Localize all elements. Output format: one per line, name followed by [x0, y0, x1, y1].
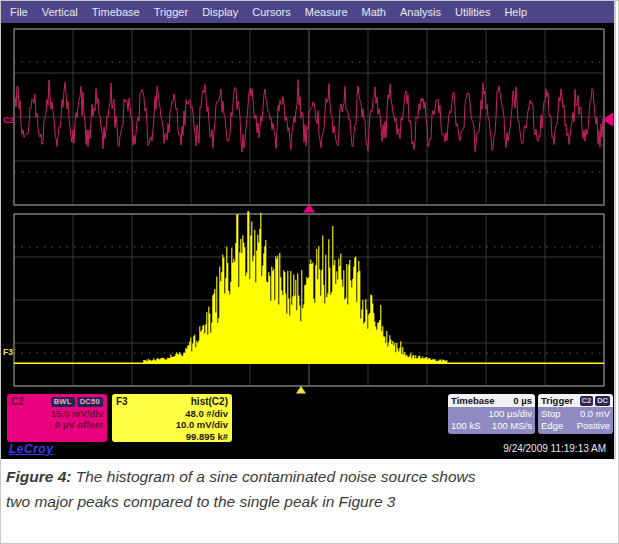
- figure-caption-text: The histogram of a sine contaminated noi…: [6, 468, 476, 510]
- screenshot-page: FileVerticalTimebaseTriggerDisplayCursor…: [0, 0, 619, 544]
- trigger-mode: Stop: [541, 408, 561, 420]
- menu-item-analysis[interactable]: Analysis: [400, 6, 441, 18]
- f3-count-scale: 48.0 #/div: [116, 408, 228, 420]
- f3-descriptor-label: F3: [116, 396, 128, 408]
- f3-trace-label: F3: [3, 347, 13, 357]
- menu-item-display[interactable]: Display: [202, 6, 238, 18]
- histogram-center-marker-icon[interactable]: [296, 386, 306, 394]
- c2-descriptor-box[interactable]: C2 BWL DC50 15.0 mV/div 0 µV offset: [7, 394, 107, 442]
- oscilloscope-window: FileVerticalTimebaseTriggerDisplayCursor…: [1, 1, 616, 459]
- menu-item-utilities[interactable]: Utilities: [455, 6, 490, 18]
- waveform-grid: C2 F3: [1, 23, 614, 394]
- timebase-samples: 100 kS: [451, 420, 481, 432]
- c2-trace-label: C2: [3, 115, 14, 125]
- f3-population: 99.895 k#: [116, 431, 228, 443]
- c2-bwl-badge: BWL: [51, 397, 75, 407]
- timebase-delay: 0 µs: [513, 395, 532, 406]
- timebase-scale: 100 µs/div: [489, 408, 533, 420]
- datetime-status: 9/24/2009 11:19:13 AM: [503, 443, 606, 454]
- menu-item-timebase[interactable]: Timebase: [92, 6, 140, 18]
- menu-item-file[interactable]: File: [10, 6, 28, 18]
- figure-caption: Figure 4: The histogram of a sine contam…: [6, 464, 498, 514]
- f3-descriptor-box[interactable]: F3 hist(C2) 48.0 #/div 10.0 mV/div 99.89…: [112, 394, 232, 442]
- trigger-coupling-badge: DC: [595, 396, 610, 406]
- trigger-title: Trigger: [541, 395, 573, 406]
- trigger-level: 0.0 mV: [580, 408, 610, 420]
- c2-vertical-scale: 15.0 mV/div: [11, 408, 103, 420]
- scope-display: C2 F3 C2 BWL DC50 15.0 mV/div 0 µV offse…: [1, 23, 614, 459]
- trigger-source-badge: C2: [580, 396, 594, 406]
- c2-descriptor-label: C2: [11, 396, 24, 408]
- menu-bar: FileVerticalTimebaseTriggerDisplayCursor…: [1, 1, 614, 23]
- trigger-type: Edge: [541, 420, 563, 432]
- c2-offset: 0 µV offset: [11, 419, 103, 431]
- timebase-panel[interactable]: Timebase 0 µs 100 µs/div 100 kS 100 MS/s: [448, 394, 535, 434]
- lecroy-logo: LeCroy: [9, 442, 53, 456]
- menu-item-cursors[interactable]: Cursors: [252, 6, 291, 18]
- c2-coupling-badge: DC50: [77, 397, 103, 407]
- trigger-panel[interactable]: Trigger C2 DC Stop 0.0 mV Edge Positive: [538, 394, 613, 434]
- timebase-title: Timebase: [451, 395, 495, 406]
- f3-voltage-scale: 10.0 mV/div: [116, 419, 228, 431]
- menu-item-measure[interactable]: Measure: [305, 6, 348, 18]
- figure-caption-label: Figure 4:: [6, 468, 71, 485]
- trigger-slope: Positive: [577, 420, 610, 432]
- menu-item-help[interactable]: Help: [504, 6, 527, 18]
- f3-source: hist(C2): [191, 396, 228, 408]
- menu-item-trigger[interactable]: Trigger: [154, 6, 188, 18]
- timebase-rate: 100 MS/s: [492, 420, 532, 432]
- menu-item-vertical[interactable]: Vertical: [42, 6, 78, 18]
- menu-item-math[interactable]: Math: [362, 6, 386, 18]
